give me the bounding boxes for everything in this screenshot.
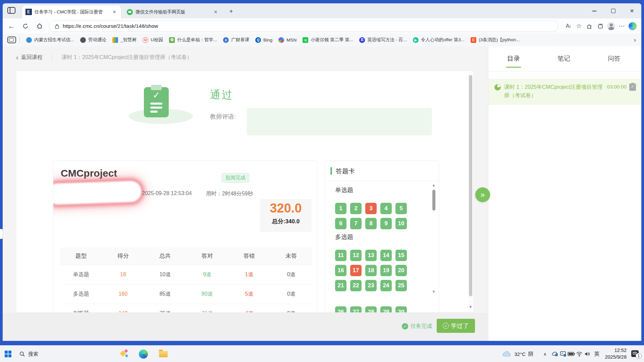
- settings-menu-icon[interactable]: ⋯: [616, 21, 627, 32]
- learned-button[interactable]: ✓ 学过了: [437, 319, 475, 333]
- question-button-28[interactable]: 28: [365, 306, 377, 313]
- start-button[interactable]: [5, 351, 11, 357]
- home-icon[interactable]: [34, 21, 45, 32]
- question-button-6[interactable]: 6: [335, 218, 346, 229]
- input-language[interactable]: 英: [594, 351, 599, 358]
- copilot-sparkle-icon[interactable]: [118, 349, 129, 359]
- url-text[interactable]: https://e.cmc.cn/course/21/task/148/show: [63, 23, 158, 29]
- tab-workspaces-icon[interactable]: [7, 7, 15, 14]
- question-button-18[interactable]: 18: [365, 265, 377, 276]
- notification-center-icon[interactable]: 1: [631, 350, 640, 358]
- favorite-star-icon[interactable]: ☆: [574, 21, 584, 32]
- scroll-up-icon[interactable]: ▲: [431, 183, 436, 187]
- bookmark-item[interactable]: C(3条消息)【python...: [471, 37, 520, 43]
- question-button-17[interactable]: 17: [350, 265, 362, 276]
- scroll-down-icon[interactable]: ▼: [469, 305, 473, 309]
- extensions-icon[interactable]: [584, 21, 595, 32]
- battery-icon[interactable]: [567, 349, 575, 359]
- question-button-16[interactable]: 16: [335, 265, 346, 276]
- question-button-2[interactable]: 2: [350, 203, 362, 214]
- question-button-23[interactable]: 23: [365, 280, 377, 291]
- question-button-13[interactable]: 13: [365, 250, 377, 261]
- question-button-27[interactable]: 27: [350, 306, 362, 313]
- question-button-20[interactable]: 20: [395, 265, 407, 276]
- question-button-11[interactable]: 11: [335, 250, 346, 261]
- question-button-24[interactable]: 24: [380, 280, 392, 291]
- bookmark-item[interactable]: MSN: [278, 37, 297, 43]
- profile-avatar[interactable]: [606, 21, 616, 32]
- scrollbar-thumb[interactable]: [469, 75, 472, 296]
- bookmark-item[interactable]: 馆什么是幸福：哲学...: [169, 37, 217, 43]
- bookmark-item[interactable]: _智慧树: [112, 37, 137, 43]
- bookmark-item[interactable]: 百英语缩写方法 - 百...: [359, 37, 407, 43]
- back-icon[interactable]: ←: [6, 21, 17, 32]
- refresh-icon[interactable]: [20, 21, 31, 32]
- question-button-5[interactable]: 5: [395, 203, 407, 214]
- new-tab-button[interactable]: +: [227, 7, 235, 16]
- tab-active-course[interactable]: E 任务学习 - CMC学院 - 国际注册管 ×: [22, 5, 121, 18]
- copilot-icon[interactable]: [627, 21, 638, 32]
- collections-icon[interactable]: [595, 21, 606, 32]
- bookmark-item[interactable]: e广财慕课: [223, 37, 249, 43]
- sidebar-tab-notes[interactable]: 笔记: [550, 54, 577, 63]
- bookmark-item[interactable]: UU校园: [143, 37, 163, 43]
- sidebar-tab-qa[interactable]: 问答: [601, 54, 628, 63]
- scroll-down-icon[interactable]: ▼: [431, 290, 436, 294]
- question-button-30[interactable]: 30: [395, 306, 407, 313]
- close-button[interactable]: ×: [623, 3, 641, 18]
- question-button-10[interactable]: 10: [395, 218, 407, 229]
- bookmark-item[interactable]: 劳动通论: [80, 37, 106, 43]
- question-button-1[interactable]: 1: [335, 203, 346, 214]
- question-button-21[interactable]: 21: [335, 280, 346, 291]
- tab-wechat[interactable]: 微信文件传输助手网页版 ×: [123, 5, 222, 18]
- tab-close-icon[interactable]: ×: [111, 9, 118, 15]
- question-button-8[interactable]: 8: [365, 218, 377, 229]
- file-explorer-icon[interactable]: [159, 351, 168, 357]
- question-group-label: 多选题: [335, 233, 439, 241]
- read-aloud-icon[interactable]: A): [563, 21, 574, 32]
- question-button-3[interactable]: 3: [365, 203, 377, 214]
- minimize-button[interactable]: [585, 3, 604, 18]
- bookmark-item[interactable]: QBing: [255, 37, 272, 43]
- lesson-item-title[interactable]: 课时 1：2025年CMCproject注册项目管理师（考试卷）: [504, 83, 606, 100]
- question-button-12[interactable]: 12: [350, 250, 362, 261]
- question-button-25[interactable]: 25: [395, 280, 407, 291]
- bookmarks-overflow-chevron[interactable]: ›: [634, 36, 636, 44]
- answer-card-scroll-area[interactable]: 单选题12345678910多选题11121314151617181920212…: [325, 181, 439, 313]
- taskbar-search[interactable]: 搜索: [19, 351, 38, 357]
- bookmark-item[interactable]: 内蒙古招生考试信...: [26, 37, 74, 43]
- question-button-7[interactable]: 7: [350, 218, 362, 229]
- wifi-icon[interactable]: [575, 349, 583, 359]
- onedrive-sync-icon[interactable]: [551, 349, 559, 359]
- question-button-26[interactable]: 26: [335, 306, 346, 313]
- back-to-course-link[interactable]: ‹ 返回课程: [16, 54, 43, 61]
- question-button-14[interactable]: 14: [380, 250, 392, 261]
- question-button-19[interactable]: 19: [380, 265, 392, 276]
- maximize-button[interactable]: [604, 3, 623, 18]
- question-button-22[interactable]: 22: [350, 280, 362, 291]
- question-button-4[interactable]: 4: [380, 203, 392, 214]
- volume-icon[interactable]: [583, 349, 591, 359]
- edge-taskbar-icon[interactable]: [139, 350, 148, 359]
- bookmark-item[interactable]: ▶令人心动的offer 第3...: [413, 37, 465, 43]
- cast-screen-icon[interactable]: [559, 349, 567, 359]
- address-bar[interactable]: https://e.cmc.cn/course/21/task/148/show: [49, 20, 558, 32]
- question-button-9[interactable]: 9: [380, 218, 392, 229]
- weather-temp[interactable]: 32°C: [514, 351, 526, 357]
- sidebar-collapse-button[interactable]: »: [475, 187, 490, 202]
- lesson-list-item[interactable]: 课时 1：2025年CMCproject注册项目管理师（考试卷） 03:00:0…: [488, 79, 641, 105]
- bookmarks-panel-icon[interactable]: [7, 37, 16, 43]
- tab-close-icon[interactable]: ×: [212, 9, 219, 15]
- sidebar-tab-catalog[interactable]: 目录: [500, 54, 527, 63]
- bookmark-item[interactable]: iQ小谢尔顿 第二季 第...: [303, 37, 353, 43]
- bookmark-label: U校园: [151, 37, 163, 43]
- scrollbar-thumb[interactable]: [432, 190, 435, 210]
- answer-card-scrollbar[interactable]: ▲ ▼: [431, 183, 436, 294]
- main-scrollbar[interactable]: ▼: [469, 72, 473, 312]
- weather-condition[interactable]: 阴: [528, 351, 533, 357]
- question-button-15[interactable]: 15: [395, 250, 407, 261]
- question-button-29[interactable]: 29: [380, 306, 392, 313]
- taskbar-clock[interactable]: 12:52 2025/9/28: [605, 347, 627, 360]
- tray-expand-chevron[interactable]: ∧: [543, 352, 547, 357]
- screen-edge-handle[interactable]: [0, 229, 3, 239]
